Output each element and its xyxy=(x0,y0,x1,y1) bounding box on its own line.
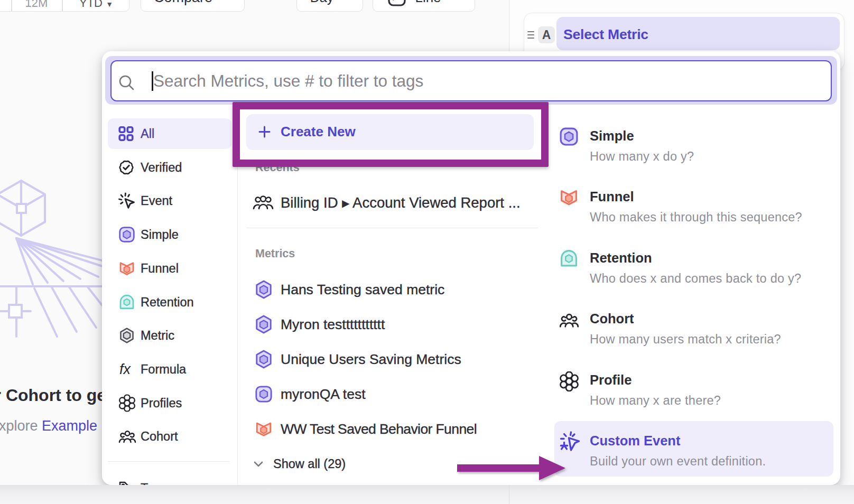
svg-text:fx: fx xyxy=(119,361,132,377)
